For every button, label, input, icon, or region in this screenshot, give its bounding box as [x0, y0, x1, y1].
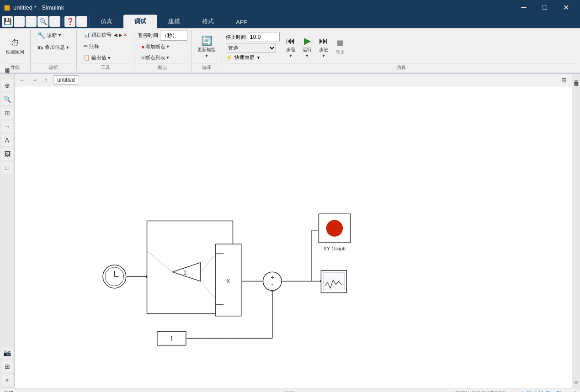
performance-advisor-icon: ⏱	[11, 37, 20, 48]
svg-text:+: +	[271, 282, 273, 287]
section-breakpoints-label: 断点	[138, 64, 187, 71]
redo-quick-btn[interactable]: ↪	[26, 16, 37, 27]
solver-select[interactable]: 普通 加速 快速加速	[226, 43, 276, 53]
rect-btn[interactable]: □	[1, 162, 13, 174]
fit-all-btn[interactable]: ⊞	[1, 107, 13, 119]
collapse-right-btn[interactable]: »	[574, 377, 578, 387]
section-compile-label: 编译	[195, 64, 218, 71]
run-btn[interactable]: ▶ 运行 ▼	[300, 34, 314, 59]
grid-view-btn[interactable]: ⊞	[559, 75, 569, 85]
expand-left-btn[interactable]: »	[1, 374, 13, 386]
image-btn[interactable]: 🖼	[1, 148, 13, 160]
maximize-button[interactable]: □	[534, 0, 555, 15]
right-panel-label: 属性检查器	[573, 76, 580, 79]
update-model-btn[interactable]: 🔄 更新模型 ▼	[195, 34, 218, 59]
diagram-svg: 1 x + +	[15, 86, 572, 388]
svg-text:+: +	[271, 274, 274, 281]
annotation-btn[interactable]: ✏ 注释	[80, 42, 102, 51]
trace-signal-btn[interactable]: 📊 跟踪信号 ◀ ▶ ✕	[80, 30, 130, 40]
clock-block[interactable]	[103, 265, 126, 288]
add-breakpoint-btn[interactable]: ● 添加断点 ▼	[138, 42, 173, 52]
minimize-button[interactable]: ─	[513, 0, 534, 15]
status-bar: 就绪 100% CSDN @现代控制理论 auto(VariableStepDi…	[0, 388, 580, 392]
nav-forward-btn[interactable]: →	[29, 75, 39, 85]
step-forward-btn[interactable]: ⏭ 步进 ▼	[316, 34, 331, 59]
pause-time-input[interactable]	[160, 31, 187, 41]
app-icon: ◼	[4, 2, 11, 12]
canvas-column: ← → ↑ untitled ⊞	[15, 74, 572, 388]
ribbon-header: 💾 ↩ ↪ 🔍 ▼ ❓ ⚙ 仿真 调试 建模 格式 APP	[0, 15, 580, 28]
section-simulation-label: 仿真	[226, 64, 576, 71]
scope-block[interactable]	[321, 270, 346, 293]
stop-icon: ⏹	[335, 37, 345, 48]
section-tools: 📊 跟踪信号 ◀ ▶ ✕ ✏ 注释 📋 输出值 ▼ 工具	[77, 30, 134, 71]
mux-block[interactable]: x	[216, 244, 241, 316]
close-button[interactable]: ✕	[555, 0, 576, 15]
right-panel: 属性检查器 »	[572, 74, 580, 388]
main-area: 模型浏览器 ⊕ 🔍 ⊞ → A 🖼 □ 📷 ⊞ » ← → ↑ untitled…	[0, 74, 580, 388]
address-bar: ← → ↑ untitled ⊞	[15, 74, 572, 86]
undo-quick-btn[interactable]: ↩	[14, 16, 25, 27]
nav-up-btn[interactable]: ↑	[41, 75, 51, 85]
section-breakpoints: 暂停时间 ● 添加断点 ▼ ≡ 断点列表 ▼ 断点	[134, 30, 192, 71]
section-tools-label: 工具	[80, 64, 130, 71]
xygraph-block[interactable]: XY Graph	[319, 214, 350, 251]
section-diagnostics: 🔧 诊断 ▼ x₁ 叠加信息 ▼ 诊断	[31, 30, 77, 71]
save-quick-btn[interactable]: 💾	[2, 16, 13, 27]
step-forward-icon: ⏭	[319, 35, 328, 46]
section-simulation: 停止时间 普通 加速 快速加速 ⚡ 快速重启 ▼	[222, 30, 580, 71]
stop-time-input[interactable]	[248, 32, 280, 42]
diagnostics-icon: 🔧	[37, 32, 45, 39]
tab-format[interactable]: 格式	[191, 15, 225, 28]
add-btn[interactable]: ⊕	[1, 79, 13, 91]
performance-advisor-btn[interactable]: ⏱ 性能顾问	[4, 36, 27, 57]
zoom-quick-btn[interactable]: 🔍	[37, 16, 48, 27]
help-btn[interactable]: ❓	[64, 16, 75, 27]
svg-text:1: 1	[170, 335, 173, 342]
constant-block[interactable]: 1	[157, 331, 186, 345]
settings-btn[interactable]: ⚙	[76, 16, 87, 27]
svg-text:1: 1	[183, 269, 187, 276]
section-compile: 🔄 更新模型 ▼ 编译	[192, 30, 222, 71]
watermark: CSDN @现代控制理论	[455, 390, 506, 392]
main-toolbar: ⏱ 性能顾问 性能 🔧 诊断 ▼ x₁ 叠加信息 ▼ 诊断	[0, 28, 580, 74]
zoom-level: 100%	[283, 391, 296, 392]
zoom-fit-btn[interactable]: 🔍	[1, 93, 13, 105]
left-panel-label: 模型浏览器	[4, 75, 11, 78]
left-panel: 模型浏览器 ⊕ 🔍 ⊞ → A 🖼 □ 📷 ⊞ »	[0, 74, 15, 388]
window-title: untitled * - Simulink	[13, 4, 513, 11]
ribbon-tabs: 仿真 调试 建模 格式 APP	[90, 15, 580, 28]
title-bar: ◼ untitled * - Simulink ─ □ ✕	[0, 0, 580, 15]
quick-access-toolbar: 💾 ↩ ↪ 🔍 ▼ ❓ ⚙	[0, 15, 90, 28]
arrow-btn[interactable]: →	[1, 121, 13, 132]
nav-back-btn[interactable]: ←	[17, 75, 27, 85]
nav-btn[interactable]: ⊞	[1, 360, 13, 372]
overlay-icon: x₁	[37, 44, 43, 51]
more-quick-btn[interactable]: ▼	[49, 16, 60, 27]
model-canvas[interactable]: 1 x + +	[15, 86, 572, 388]
breakpoint-list-btn[interactable]: ≡ 断点列表 ▼	[138, 53, 173, 63]
section-performance-label: 性能	[4, 64, 27, 71]
svg-text:x: x	[227, 277, 230, 284]
section-performance: ⏱ 性能顾问 性能	[0, 30, 31, 71]
sum-block[interactable]: + +	[263, 272, 282, 291]
tab-debug[interactable]: 调试	[123, 15, 157, 28]
output-value-btn[interactable]: 📋 输出值 ▼	[80, 53, 114, 63]
svg-point-39	[326, 220, 343, 237]
diagnostics-btn[interactable]: 🔧 诊断 ▼	[34, 30, 65, 41]
current-path: untitled	[53, 75, 79, 85]
overlay-info-btn[interactable]: x₁ 叠加信息 ▼	[34, 42, 73, 53]
step-back-icon: ⏮	[286, 35, 295, 46]
solver-status: CSDN @现代控制理论 auto(VariableStepDiscrete)	[455, 390, 576, 392]
tab-simulation[interactable]: 仿真	[90, 15, 123, 28]
tab-modeling[interactable]: 建模	[157, 15, 191, 28]
svg-rect-1	[15, 89, 572, 386]
stop-btn[interactable]: ⏹ 停止	[333, 36, 347, 57]
text-btn[interactable]: A	[1, 134, 13, 146]
camera-btn[interactable]: 📷	[1, 347, 13, 359]
tab-app[interactable]: APP	[225, 16, 259, 28]
step-back-btn[interactable]: ⏮ 步退 ▼	[283, 34, 298, 59]
section-diagnostics-label: 诊断	[34, 64, 73, 71]
status-text: 就绪	[4, 390, 14, 392]
svg-text:XY Graph: XY Graph	[324, 246, 346, 251]
